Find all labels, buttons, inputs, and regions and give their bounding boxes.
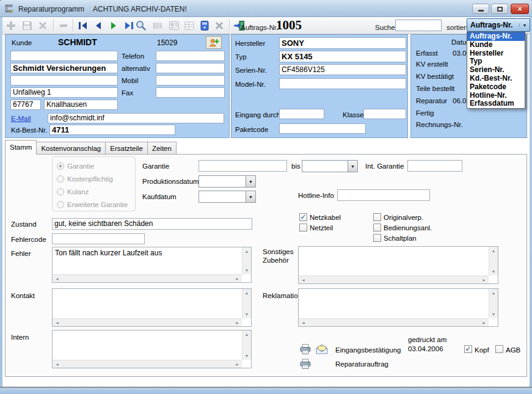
- hersteller-field[interactable]: SONY: [279, 37, 406, 49]
- maximize-button[interactable]: [491, 4, 508, 14]
- tab-stamm[interactable]: Stamm: [5, 140, 37, 155]
- city-field[interactable]: Knallhausen: [44, 100, 118, 110]
- model-nr-field[interactable]: [279, 78, 406, 89]
- typ-field[interactable]: KX 5145: [279, 51, 406, 62]
- table-view-button[interactable]: [183, 19, 196, 32]
- checkbox-bedienungsanl[interactable]: [373, 224, 381, 232]
- tab-ersatzteile[interactable]: Ersatzteile: [106, 142, 148, 155]
- radio-kostenpflichtig[interactable]: [57, 175, 64, 183]
- nav-next-button[interactable]: [107, 19, 120, 32]
- hotline-info-field[interactable]: [337, 189, 430, 201]
- tab-kostenvoranschlag[interactable]: Kostenvoranschlag: [37, 142, 106, 155]
- street-field[interactable]: Unfallweg 1: [10, 87, 118, 98]
- reklamation-textarea[interactable]: ▲ ▼ ◄ ►: [298, 288, 498, 327]
- paketcode-field[interactable]: [279, 123, 366, 134]
- chevron-down-icon[interactable]: ▼: [348, 161, 357, 172]
- database-button[interactable]: [198, 19, 211, 32]
- nav-first-button[interactable]: [76, 19, 90, 32]
- radio-kulanz[interactable]: [57, 188, 64, 195]
- vertical-scrollbar[interactable]: ▲ ▼: [242, 289, 251, 318]
- radio-garantie[interactable]: [57, 162, 64, 170]
- sort-combobox[interactable]: Auftrags-Nr. ▼: [467, 18, 530, 32]
- kaufdatum-label: Kaufdatum: [142, 193, 177, 200]
- vertical-scrollbar[interactable]: ▲ ▼: [242, 330, 251, 360]
- customer-name3-field[interactable]: [10, 75, 118, 86]
- sort-option[interactable]: Auftrags-Nr.: [467, 32, 525, 41]
- checkbox-netzkabel[interactable]: ✓: [299, 213, 307, 221]
- chevron-down-icon[interactable]: ▼: [246, 191, 255, 202]
- customer-name1-field[interactable]: [10, 51, 118, 61]
- bis-datecombo[interactable]: ▼: [302, 160, 358, 172]
- fehler-textarea[interactable]: Ton fällt nach kurzer Laufzeit aus ▲ ▼ ◄…: [52, 247, 252, 283]
- checkbox-originalverp[interactable]: [373, 213, 381, 221]
- chevron-down-icon[interactable]: ▼: [246, 176, 255, 187]
- garantie-field[interactable]: [199, 160, 287, 172]
- customer-name2-field[interactable]: Schmidt Versicherungen: [10, 63, 118, 73]
- nav-last-button[interactable]: [122, 19, 136, 32]
- checkbox-netzteil[interactable]: [299, 224, 307, 232]
- envelope-icon: [315, 344, 329, 355]
- telefon-field[interactable]: [156, 51, 225, 61]
- serien-nr-field[interactable]: CF4586V125: [279, 64, 406, 75]
- checkbox-schaltplan[interactable]: [373, 234, 381, 242]
- contact-card-button[interactable]: [167, 19, 181, 32]
- barcode-button[interactable]: [151, 19, 164, 32]
- sonstiges-zubehoer-textarea[interactable]: ▲ ▼ ◄ ►: [298, 246, 498, 284]
- int-garantie-field[interactable]: [407, 160, 462, 172]
- titlebar: Reparaturprogramm ACHTUNG ARCHIV-DATEN! …: [0, 0, 532, 17]
- print-eingangsbestaetigung-button[interactable]: [299, 343, 312, 356]
- delete-record-button[interactable]: [36, 19, 49, 32]
- horizontal-scrollbar[interactable]: ◄ ►: [299, 275, 489, 283]
- window-border-right: [530, 17, 532, 387]
- fehlercode-field[interactable]: [52, 233, 145, 244]
- auftrag-nr-value: 1005: [276, 18, 302, 33]
- nav-previous-button[interactable]: [92, 19, 105, 32]
- klasse-field[interactable]: [363, 109, 406, 119]
- sort-option[interactable]: Hersteller: [467, 49, 525, 58]
- remove-button[interactable]: [57, 19, 70, 32]
- search-input[interactable]: [395, 20, 442, 31]
- eingang-durch-field[interactable]: [279, 109, 324, 119]
- new-record-button[interactable]: [4, 19, 18, 32]
- horizontal-scrollbar[interactable]: ◄ ►: [53, 274, 242, 282]
- minimize-button[interactable]: [472, 4, 489, 14]
- status-row-label: KV erstellt: [416, 60, 448, 68]
- zip-field[interactable]: 67767: [10, 100, 41, 110]
- vertical-scrollbar[interactable]: ▲ ▼: [489, 289, 498, 318]
- tab-zeiten[interactable]: Zeiten: [148, 142, 177, 155]
- search-button[interactable]: [134, 19, 148, 32]
- add-customer-button[interactable]: [206, 36, 222, 49]
- scroll-right-icon: ►: [482, 321, 486, 325]
- sort-option[interactable]: Paketcode: [467, 83, 525, 92]
- cancel-button[interactable]: [213, 19, 226, 32]
- sort-option[interactable]: Kd.-Best-Nr.: [467, 75, 525, 83]
- print-reparaturauftrag-button[interactable]: [299, 358, 312, 370]
- zustand-field[interactable]: gut, keine sichtbaren Schäden: [52, 218, 252, 230]
- kaufdatum-combo[interactable]: ▼: [199, 191, 256, 203]
- kd-best-nr-field[interactable]: 4711: [49, 125, 175, 135]
- sort-option[interactable]: Kunde: [467, 41, 525, 49]
- fax-field[interactable]: [156, 87, 225, 98]
- close-button[interactable]: ×: [511, 4, 529, 14]
- vertical-scrollbar[interactable]: ▲ ▼: [489, 247, 498, 275]
- sort-option[interactable]: Erfassdatum: [467, 100, 525, 108]
- radio-erweiterte-garantie[interactable]: [57, 201, 64, 208]
- intern-textarea[interactable]: ▲ ▼ ◄ ►: [52, 330, 252, 368]
- vertical-scrollbar[interactable]: ▲ ▼: [242, 247, 251, 274]
- sort-option[interactable]: Serien-Nr.: [467, 66, 525, 75]
- save-button[interactable]: [20, 19, 34, 32]
- checkbox-agb[interactable]: [495, 345, 503, 353]
- email-link[interactable]: E-Mail: [11, 115, 31, 122]
- mobil-field[interactable]: [156, 75, 225, 86]
- email-field[interactable]: info@schmidt.inf: [48, 113, 224, 123]
- horizontal-scrollbar[interactable]: ◄ ►: [53, 360, 242, 368]
- alternativ-field[interactable]: [156, 63, 225, 73]
- checkbox-kopf[interactable]: ✓: [464, 345, 472, 353]
- sort-option[interactable]: Typ: [467, 57, 525, 66]
- produktionsdatum-combo[interactable]: ▼: [199, 175, 256, 188]
- email-eingangsbestaetigung-button[interactable]: [315, 343, 329, 356]
- kontakt-textarea[interactable]: ▲ ▼ ◄ ►: [52, 288, 252, 327]
- horizontal-scrollbar[interactable]: ◄ ►: [299, 318, 489, 326]
- sort-option[interactable]: Hotline-Nr.: [467, 92, 525, 100]
- horizontal-scrollbar[interactable]: ◄ ►: [53, 318, 242, 326]
